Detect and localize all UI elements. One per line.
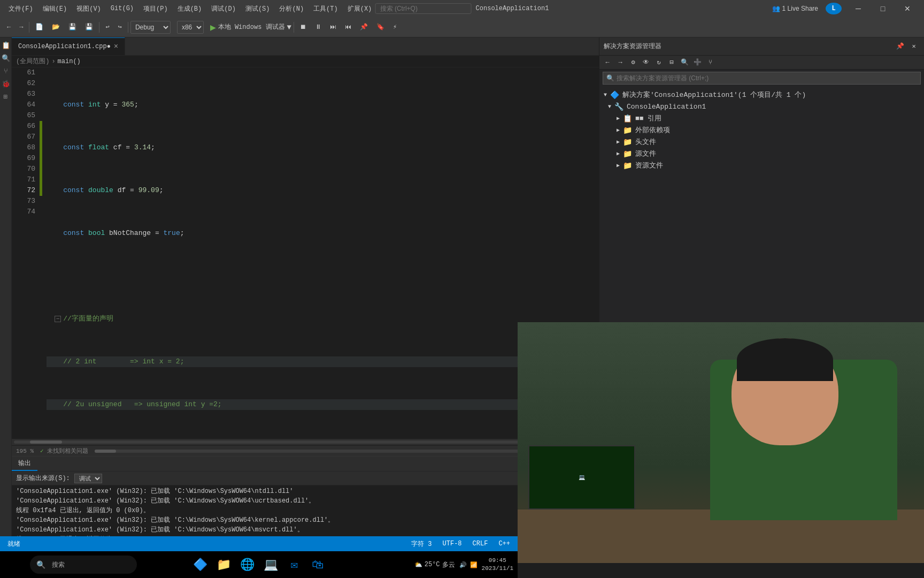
tab-close-button[interactable]: × [114,43,118,50]
monitor-on-desk: 💻 [528,445,635,509]
output-tab-output[interactable]: 输出 [12,457,37,471]
taskbar-app-store[interactable]: 🛍 [307,554,328,575]
zoom-level[interactable]: 195 % [16,448,34,454]
save-button[interactable]: 💾 [65,20,80,34]
save-all-button[interactable]: 💾 [81,20,97,34]
scrollbar-track[interactable] [14,440,597,444]
run-button[interactable]: ▶ 本地 Windows 调试器 ▼ [210,21,291,33]
taskbar-search[interactable]: 🔍 搜索 [30,556,137,574]
se-filter-button[interactable]: 🔍 [679,57,690,69]
status-encoding-label: UTF-8 [443,540,462,547]
back-button[interactable]: ← [3,20,14,34]
tb-extra-6[interactable]: 🔖 [373,20,388,34]
menu-project[interactable]: 项目(P) [139,3,172,14]
redo-button[interactable]: ↪ [114,20,126,34]
weather-widget[interactable]: ⛅ 25°C 多云 [414,560,455,569]
status-line-ending[interactable]: CRLF [471,540,490,547]
editor-scrollbar[interactable] [12,439,599,445]
menu-build[interactable]: 生成(B) [173,3,206,14]
activity-debug[interactable]: 🐞 [0,78,12,90]
tb-extra-4[interactable]: ⏮ [341,20,355,34]
se-git-button[interactable]: ⑂ [704,57,716,69]
solution-search[interactable]: 🔍 [603,72,921,85]
tree-solution[interactable]: ▼ 🔷 解决方案'ConsoleApplication1'(1 个项目/共 1 … [599,89,924,101]
volume-icon[interactable]: 🔊 [459,561,467,568]
close-button[interactable]: ✕ [895,0,920,17]
search-input[interactable] [375,3,472,14]
tree-external-deps[interactable]: ▶ 📁 外部依赖项 [599,124,924,136]
tb-extra-5[interactable]: 📌 [356,20,372,34]
se-show-all-button[interactable]: 👁 [640,57,652,69]
taskbar-app-terminal[interactable]: 💻 [260,554,281,575]
platform-select[interactable]: x86 x64 [177,21,204,34]
tree-headers[interactable]: ▶ 📁 头文件 [599,136,924,148]
tree-project[interactable]: ▼ 🔧 ConsoleApplication1 [599,101,924,112]
tab-main-file[interactable]: ConsoleApplication1.cpp● × [12,37,125,55]
se-props-button[interactable]: ⚙ [627,57,639,69]
se-forward-button[interactable]: → [614,57,626,69]
scrollbar-thumb[interactable] [30,440,62,444]
output-source-select[interactable]: 调试 [74,474,102,483]
code-line-63: const double df = 99.09; [47,185,599,196]
live-share-button[interactable]: 👥 1 Live Share [769,4,821,13]
menu-edit[interactable]: 编辑(E) [38,3,72,14]
status-line-col[interactable]: 字符 3 [409,539,434,549]
menu-tools[interactable]: 工具(T) [309,3,342,14]
tree-sources[interactable]: ▶ 📁 源文件 [599,148,924,159]
code-editor[interactable]: 61 62 63 64 65 66 67 68 69 70 71 72 73 7… [12,67,599,439]
line-num-64: 64 [16,100,35,110]
forward-button[interactable]: → [16,20,27,34]
menu-git[interactable]: Git(G) [106,4,138,13]
minimap-scrollbar[interactable] [95,450,590,453]
activity-explorer[interactable]: 📋 [0,40,12,51]
minimize-button[interactable]: ─ [846,0,871,17]
se-back-button[interactable]: ← [602,57,613,69]
se-refresh-button[interactable]: ↻ [653,57,665,69]
tree-label-project: ConsoleApplication1 [627,103,706,111]
undo-button[interactable]: ↩ [102,20,113,34]
no-issues-indicator[interactable]: ✓ 未找到相关问题 [40,447,88,455]
se-close-button[interactable]: ✕ [908,41,920,52]
taskbar-app-mail[interactable]: ✉ [283,554,305,575]
taskbar-app-browser[interactable]: 🌐 [236,554,258,575]
new-file-button[interactable]: 📄 [32,20,47,34]
status-ready[interactable]: 就绪 [5,539,22,549]
menu-extensions[interactable]: 扩展(X) [343,3,376,14]
fold-button-66[interactable]: ─ [55,316,61,322]
se-collapse-button[interactable]: ⊟ [666,57,677,69]
code-content[interactable]: const int y = 365; const float cf = 3.14… [42,67,599,439]
tb-extra-7[interactable]: ⚡ [389,20,401,34]
tree-references[interactable]: ▶ 📋 ■■ 引用 [599,112,924,124]
tree-icon-solution: 🔷 [610,90,619,100]
activity-search[interactable]: 🔍 [0,52,12,64]
tb-extra-3[interactable]: ⏭ [326,20,340,34]
taskbar-app-vs[interactable]: 🔷 [189,554,211,575]
run-icon: ▶ [210,21,216,33]
activity-git[interactable]: ⑂ [0,65,12,77]
network-icon[interactable]: 📶 [470,561,478,568]
tree-resources[interactable]: ▶ 📁 资源文件 [599,159,924,171]
menu-debug[interactable]: 调试(D) [207,3,240,14]
config-select[interactable]: Debug Release [130,21,171,34]
status-language[interactable]: C++ [496,540,512,547]
se-new-item-button[interactable]: ➕ [691,57,703,69]
open-button[interactable]: 📂 [48,20,64,34]
se-pin-button[interactable]: 📌 [894,41,906,52]
solution-search-input[interactable] [617,74,917,82]
start-button[interactable]: ⊞ [4,554,26,575]
menu-view[interactable]: 视图(V) [72,3,105,14]
solution-search-icon: 🔍 [606,74,614,82]
taskbar-app-explorer[interactable]: 📁 [213,554,234,575]
menu-analyze[interactable]: 分析(N) [275,3,308,14]
status-encoding[interactable]: UTF-8 [441,540,464,547]
menu-test[interactable]: 测试(S) [241,3,274,14]
menu-file[interactable]: 文件(F) [4,3,37,14]
activity-extensions[interactable]: ⊞ [0,91,12,103]
clock[interactable]: 09:45 2023/11/1 [482,557,513,573]
line-num-66: 66 [16,121,35,132]
maximize-button[interactable]: □ [871,0,895,17]
minimap-scrollbar-thumb [95,450,116,453]
tb-extra-1[interactable]: ⏹ [296,20,310,34]
user-avatar[interactable]: L [826,3,842,14]
tb-extra-2[interactable]: ⏸ [311,20,325,34]
